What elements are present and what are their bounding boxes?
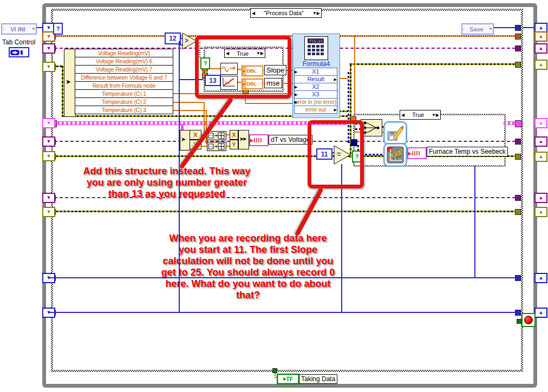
xy-graph-terminal[interactable]: ▶ [407,147,427,159]
formula-terminal[interactable]: Result▶ [294,75,337,83]
cluster-element[interactable]: Temperature (C) 1 [75,89,173,98]
case-structure-border-bottom [51,370,523,372]
formula-terminal[interactable]: ▶error in (no error) [294,98,337,106]
annotation-box-2 [308,120,364,188]
tunnel-square[interactable] [515,139,521,145]
tunnel-square[interactable] [515,209,521,215]
save-label[interactable]: Save [465,26,488,32]
formula-terminal[interactable]: ▶X1 [294,68,337,76]
input-arrow-icon: ▶ [295,93,297,96]
build-xy-graph-icon [387,146,404,164]
stop-led-icon [524,316,533,324]
tunnel-square[interactable] [515,62,521,68]
wire [49,312,516,313]
cluster-element[interactable]: Temperature (C) 2 [75,97,173,106]
shift-register-right[interactable]: ▲ [534,136,547,147]
tunnel-square[interactable] [515,34,521,40]
input-arrow-icon: ▶ [295,100,297,104]
cluster-element[interactable]: Difference between Voltage 6 and 7 [75,73,173,82]
wire [172,110,206,111]
shift-register-left[interactable]: ▼ [42,118,55,128]
wire [172,102,204,103]
chevron-down-icon[interactable]: ▼ [312,11,317,16]
tunnel-square[interactable] [517,319,521,324]
case-next-arrow[interactable]: ▶ [436,113,439,117]
cluster-element[interactable]: Voltage Reading(mV) [75,49,173,57]
wire [492,27,516,28]
formula-title: Formula4 [293,60,340,68]
cluster-element[interactable]: Temperature (C) 3 [75,106,173,114]
shift-register-right[interactable]: ▲ [534,308,547,318]
output-arrow-icon: ▶ [334,77,337,81]
shift-register-right[interactable]: ▲ [534,193,547,203]
svg-text:f(x,y): f(x,y) [309,39,323,43]
shift-register-left[interactable]: ▼ [42,62,55,72]
shift-register-right[interactable]: ▲ [534,207,547,217]
tunnel-square[interactable] [515,25,521,31]
shift-register-right[interactable]: ▲ [534,152,547,162]
shift-register-right[interactable]: ▲ [534,273,547,283]
merge-signals-icon [361,120,382,136]
annotation-box-1 [195,36,291,99]
calculator-icon: f(x,y) [304,36,328,60]
bundle-y-cell[interactable]: Y [230,140,238,149]
right-case-selector-label[interactable]: True [405,112,432,118]
case-selector-terminal[interactable]: ? [53,23,63,35]
formula-express-vi[interactable]: f(x,y) Formula4 ▶X1 Result▶ ▶X2 ▶X3 ▶err… [292,34,340,118]
annotation-note-2: When you are recording data here you sta… [140,233,356,301]
tunnel-square[interactable] [515,120,522,127]
build-xy-graph-node[interactable] [383,143,407,167]
arrow-icon: ➤ [181,136,186,143]
write-measurement-file-node[interactable] [383,121,407,145]
vi-ini-enum[interactable]: ↕ VI INI ▼ [1,23,37,35]
tunnel-square[interactable] [515,195,521,201]
wire [181,124,184,130]
build-array-node[interactable] [207,142,226,151]
formula-terminal[interactable]: error out▶ [294,106,337,114]
wire [474,166,475,278]
tf-label: TF [286,376,293,382]
shift-register-left[interactable]: ▼ [42,151,55,161]
case-next-arrow[interactable]: ▶ [317,11,320,16]
chevron-down-icon[interactable]: ▼ [432,113,436,117]
shift-register-right[interactable]: ▲ [534,43,547,54]
arrow-icon: ▶ [408,151,412,156]
xy-graph-terminal[interactable]: ▶ [249,134,269,146]
wire [49,121,347,125]
cluster-element[interactable]: Voltage Reading(mV) 6 [75,57,173,66]
cluster-element[interactable]: Result from Formula node [75,81,173,90]
right-case-border-bottom [353,165,506,167]
tab-control-terminal[interactable]: ◀▶ [9,47,29,57]
shift-register-right[interactable]: ▲ [534,60,547,70]
right-case-selector[interactable]: ◀ True ▼ ▶ [400,110,441,120]
graph-glyph-icon [254,138,263,142]
wire [49,277,516,278]
tunnel-square[interactable] [515,275,521,281]
shift-register-right[interactable]: ▲ [534,118,547,128]
save-enum[interactable]: ↕ Save ▼ [461,23,494,35]
wire [179,41,180,312]
case-selector[interactable]: ◀ "Process Data" ▼ ▶ [250,8,322,18]
shift-register-left[interactable]: ▼ [42,136,55,147]
tunnel-square[interactable] [515,45,521,51]
shift-register-left[interactable]: ▼ [42,193,55,203]
formula-terminal[interactable]: ▶X2 [294,83,337,91]
case-selector-label[interactable]: "Process Data" [255,10,312,16]
build-array-node[interactable] [207,131,226,140]
taking-data-terminal[interactable]: ▶TF [277,374,299,384]
tunnel-square[interactable] [515,154,521,160]
tunnel-square[interactable] [272,368,277,373]
vi-ini-label[interactable]: VI INI [4,26,31,32]
shift-register-left[interactable]: ▼ [42,43,55,54]
chevron-down-icon[interactable]: ▼ [488,27,493,31]
stop-led-terminal[interactable] [521,313,536,327]
merge-signals-node[interactable] [361,119,382,136]
shift-register-left[interactable]: ▼ [42,207,55,217]
cluster-element[interactable]: Voltage Reading(mV) 7 [75,65,173,74]
arrow-icon: ➤ [66,78,71,86]
chevron-down-icon[interactable]: ▼ [31,27,36,31]
shift-register-right[interactable]: ▲ [534,31,547,42]
bundle-x-cell[interactable]: X [230,130,238,140]
tunnel-square[interactable] [515,310,521,316]
formula-terminal[interactable]: ▶X3 [294,90,337,99]
